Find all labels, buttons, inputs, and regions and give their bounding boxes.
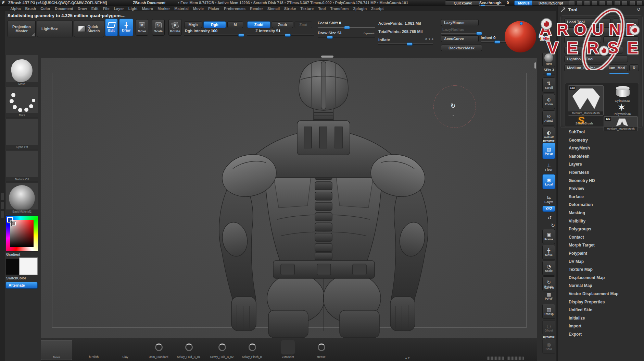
actual-shelf-button[interactable]: ⊙Actual xyxy=(542,110,555,125)
spix-slider[interactable] xyxy=(543,73,555,75)
dynamic-label[interactable]: Dynamic xyxy=(364,32,375,35)
tool-section-visibility[interactable]: Visibility xyxy=(569,219,585,224)
goz-button[interactable]: GoZ xyxy=(564,47,583,53)
tray-brush-zmodeler[interactable]: ZModeler xyxy=(273,340,303,359)
solo-shelf-button[interactable]: ◎Solo xyxy=(542,339,555,354)
tray-scroll-arrows[interactable]: ▲▼ xyxy=(405,357,410,360)
polymesh3d-star-icon[interactable]: ✶ xyxy=(617,103,626,113)
color-selector[interactable] xyxy=(12,221,16,226)
tool-section-arraymesh[interactable]: ArrayMesh xyxy=(569,146,590,151)
titlebar-tool-icon[interactable] xyxy=(607,1,613,5)
mrgb-button[interactable]: Mrgb xyxy=(184,21,202,28)
palette-reset-icon[interactable]: ↺ xyxy=(637,7,641,12)
tool-section-contact[interactable]: Contact xyxy=(569,235,584,240)
titlebar-tool-icon[interactable] xyxy=(599,1,605,5)
menu-movie[interactable]: Movie xyxy=(193,7,204,11)
menu-transform[interactable]: Transform xyxy=(330,7,349,11)
tool-section-nanomesh[interactable]: NanoMesh xyxy=(569,154,590,159)
tray-brush-dam_standard[interactable]: Dam_Standard xyxy=(143,340,174,359)
titlebar-tool-icon[interactable] xyxy=(614,1,620,5)
spin-shelf-button[interactable]: ↺ xyxy=(543,215,556,221)
current-material-sphere[interactable] xyxy=(505,21,536,52)
menu-light[interactable]: Light xyxy=(128,7,138,11)
goz-r-button[interactable]: R xyxy=(628,47,639,53)
scale-shelf-button[interactable]: ◔Scale xyxy=(542,261,555,276)
tool-section-subtool[interactable]: SubTool xyxy=(569,130,585,134)
polyf-shelf-button[interactable]: ▦PolyF xyxy=(542,290,555,302)
titlebar-tool-icon[interactable] xyxy=(637,1,643,5)
menus-button[interactable]: Menus xyxy=(514,0,533,5)
tool-section-geometry-hd[interactable]: Geometry HD xyxy=(569,178,595,183)
lightbox-button[interactable]: LightBox xyxy=(37,20,73,37)
tool-section-layers[interactable]: Layers xyxy=(569,162,582,167)
zadd-button[interactable]: Zadd xyxy=(247,21,270,28)
switch-color-label[interactable]: SwitchColor xyxy=(6,276,26,280)
tool-section-surface[interactable]: Surface xyxy=(569,194,584,199)
tool-section-uv-map[interactable]: UV Map xyxy=(569,259,584,264)
goz-all-button[interactable]: All xyxy=(585,47,600,53)
menu-draw[interactable]: Draw xyxy=(78,7,87,11)
current-stroke-thumbnail[interactable]: Dots xyxy=(5,87,38,118)
menu-brush[interactable]: Brush xyxy=(25,7,36,11)
current-material-thumbnail[interactable]: BasicMaterial2 xyxy=(5,182,38,214)
local-shelf-button[interactable]: ◉Local xyxy=(542,174,555,189)
rgb-intensity-slider[interactable] xyxy=(184,34,244,36)
edit-button[interactable]: Edit xyxy=(105,19,118,36)
frame-shelf-button[interactable]: ▣Frame xyxy=(542,229,555,244)
tool-section-displacement-map[interactable]: Displacement Map xyxy=(569,275,605,280)
lazy-radius-slider[interactable] xyxy=(441,32,479,35)
small-marine-thumbnail[interactable]: 123 Medium_MarineMesh xyxy=(604,116,638,131)
titlebar-tool-icon[interactable] xyxy=(577,1,582,5)
bpr-shelf-button[interactable]: BPR xyxy=(542,52,555,67)
default-zscript-button[interactable]: DefaultZScript xyxy=(532,0,570,5)
tool-section-import[interactable]: Import xyxy=(569,324,581,328)
scroll-shelf-button[interactable]: ⇅Scroll xyxy=(542,77,555,93)
move-gyro-button[interactable]: M Move xyxy=(136,19,148,36)
tool-section-deformation[interactable]: Deformation xyxy=(569,202,593,207)
tool-section-unified-skin[interactable]: Unified Skin xyxy=(569,308,592,312)
menu-zscript[interactable]: Zscript xyxy=(371,7,384,11)
tool-section-masking[interactable]: Masking xyxy=(569,210,585,215)
palette-title[interactable]: Tool xyxy=(568,7,578,12)
rotate-gyro-button[interactable]: R Rotate xyxy=(168,19,182,36)
titlebar-tool-icon[interactable] xyxy=(592,1,597,5)
menu-zplugin[interactable]: Zplugin xyxy=(353,7,367,11)
transp-shelf-button[interactable]: ▨Transp xyxy=(542,304,555,319)
zsub-button[interactable]: Zsub xyxy=(272,21,293,28)
tool-section-fibermesh[interactable]: FiberMesh xyxy=(569,170,589,175)
titlebar-tool-icon[interactable] xyxy=(584,1,590,5)
left-strip-mark[interactable] xyxy=(1,202,4,209)
tray-brush-selwy_fold_b_02[interactable]: Selwy_Fold_B_02 xyxy=(206,340,237,359)
tool-section-preview[interactable]: Preview xyxy=(569,186,584,191)
titlebar-tool-icon[interactable] xyxy=(629,1,635,5)
tray-brush-clay[interactable]: Clay xyxy=(110,340,141,359)
menu-layer[interactable]: Layer xyxy=(114,7,124,11)
quick-sketch-button[interactable]: QuickSketch xyxy=(74,20,104,37)
projection-master-button[interactable]: ProjectionMaster xyxy=(8,20,36,37)
menu-marker[interactable]: Marker xyxy=(157,7,170,11)
floor-shelf-button[interactable]: ⊥Floor xyxy=(542,162,555,172)
menu-render[interactable]: Render xyxy=(250,7,263,11)
current-brush-thumbnail[interactable]: Move xyxy=(5,55,38,86)
goz-visible-button[interactable] xyxy=(601,47,623,53)
save-as-button[interactable] xyxy=(613,19,639,25)
canvas-right-scroll-handle[interactable] xyxy=(534,62,536,69)
draw-button[interactable]: ╋ Draw xyxy=(119,19,133,36)
alternate-button[interactable]: Alternate xyxy=(5,282,38,289)
menu-alpha[interactable]: Alpha xyxy=(10,7,21,11)
current-alpha-thumbnail[interactable]: Alpha Off xyxy=(5,119,38,149)
tool-section-morph-target[interactable]: Morph Target xyxy=(569,243,595,248)
inflate-slider[interactable] xyxy=(378,43,433,45)
titlebar-tool-icon[interactable] xyxy=(622,1,628,5)
tool-section-polypaint[interactable]: Polypaint xyxy=(569,251,587,256)
tool-r-button[interactable]: R xyxy=(629,64,639,71)
tray-scrollbar[interactable] xyxy=(487,357,504,360)
tool-section-texture-map[interactable]: Texture Map xyxy=(569,267,593,272)
scale-gyro-button[interactable]: S Scale xyxy=(152,19,165,36)
tool-section-export[interactable]: Export xyxy=(569,332,582,337)
menu-picker[interactable]: Picker xyxy=(208,7,219,11)
menu-document[interactable]: Document xyxy=(55,7,73,11)
tool-section-normal-map[interactable]: Normal Map xyxy=(569,283,592,288)
tool-mini-slider[interactable] xyxy=(609,73,629,74)
focal-shift-slider[interactable] xyxy=(318,26,375,29)
